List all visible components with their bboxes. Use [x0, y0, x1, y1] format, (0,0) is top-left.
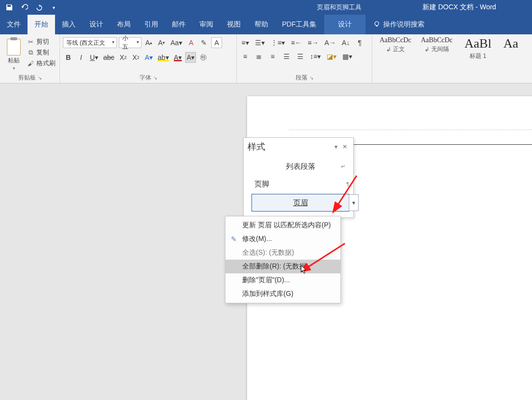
- font-size-combo[interactable]: 小五: [119, 37, 141, 48]
- menu-label: 修改(M)...: [242, 235, 272, 243]
- ltr-text-button[interactable]: A→: [323, 37, 337, 48]
- tell-me-search[interactable]: 操作说明搜索: [365, 15, 432, 34]
- header-boundary: [289, 130, 532, 130]
- contextual-tool-label: 页眉和页脚工具: [305, 0, 373, 15]
- decrease-indent-button[interactable]: ≡←: [289, 37, 303, 48]
- quick-access-toolbar: ▾: [0, 3, 63, 12]
- style-gallery-item[interactable]: AaBbCcDc ↲正文: [378, 36, 413, 53]
- style-list-item[interactable]: 列表段落 ↵: [252, 158, 349, 175]
- strikethrough-button[interactable]: abc: [102, 52, 116, 63]
- ribbon-group-font: 等线 (西文正文 小五 A▴ A▾ Aa▾ A ✎ A B I U▾ abc X…: [60, 34, 237, 83]
- style-gallery-item[interactable]: Aa: [502, 36, 520, 51]
- paragraph-group-label: 段落: [296, 74, 308, 82]
- pane-title-bar[interactable]: 样式 ▾ ✕: [244, 138, 353, 158]
- increase-indent-button[interactable]: ≡→: [306, 37, 320, 48]
- style-gallery-item[interactable]: AaBl 标题 1: [461, 36, 495, 60]
- italic-button[interactable]: I: [76, 52, 86, 63]
- enclose-characters-button[interactable]: ㊕: [198, 52, 209, 63]
- borders-button[interactable]: ▦▾: [341, 51, 354, 62]
- font-name-combo[interactable]: 等线 (西文正文: [63, 37, 117, 48]
- save-icon[interactable]: [5, 3, 14, 12]
- align-right-button[interactable]: ≡: [267, 51, 278, 62]
- menu-select-all[interactable]: 全选(S): (无数据): [225, 246, 340, 260]
- menu-update-to-match[interactable]: 更新 页眉 以匹配所选内容(P): [225, 218, 340, 232]
- qat-customize-icon[interactable]: ▾: [49, 3, 58, 12]
- bullets-button[interactable]: ≡▾: [240, 37, 251, 48]
- align-left-button[interactable]: ≡: [240, 51, 251, 62]
- format-painter-label: 格式刷: [36, 59, 56, 68]
- style-list-item-selected[interactable]: 页眉 ▼: [252, 194, 349, 212]
- character-shading-button[interactable]: A▾: [185, 52, 196, 63]
- dialog-launcher-icon[interactable]: ↘: [38, 75, 42, 80]
- svg-point-0: [375, 22, 379, 26]
- style-context-menu: 更新 页眉 以匹配所选内容(P) ✎ 修改(M)... 全选(S): (无数据)…: [225, 216, 341, 303]
- menu-add-to-gallery[interactable]: 添加到样式库(G): [225, 287, 340, 301]
- style-item-label: 页脚: [254, 180, 269, 189]
- format-painter-button[interactable]: 🖌 格式刷: [27, 59, 56, 68]
- tab-home[interactable]: 开始: [28, 15, 55, 34]
- copy-button[interactable]: ⧉ 复制: [27, 48, 56, 57]
- highlight-button[interactable]: ab▾: [156, 52, 170, 63]
- tab-references[interactable]: 引用: [138, 15, 165, 34]
- tab-design[interactable]: 设计: [83, 15, 110, 34]
- clear-formatting-button[interactable]: ✎: [198, 37, 209, 48]
- justify-button[interactable]: ☰: [281, 51, 292, 62]
- brush-icon: 🖌: [27, 60, 34, 67]
- menu-delete-style[interactable]: 删除"页眉"(D)...: [225, 273, 340, 287]
- menu-remove-all[interactable]: 全部删除(R): (无数据): [225, 260, 340, 273]
- paste-button[interactable]: 粘贴 ▾: [3, 36, 25, 73]
- style-preview: Aa: [504, 36, 518, 51]
- clipboard-group-label: 剪贴板: [18, 74, 36, 82]
- style-preview: AaBbCcDc: [380, 36, 412, 44]
- font-color-button[interactable]: A▾: [172, 52, 183, 63]
- tab-mailings[interactable]: 邮件: [165, 15, 193, 34]
- pane-options-icon[interactable]: ▾: [332, 143, 340, 150]
- dialog-launcher-icon[interactable]: ↘: [153, 75, 157, 80]
- tab-file[interactable]: 文件: [0, 15, 28, 34]
- bold-button[interactable]: B: [63, 52, 74, 63]
- scissors-icon: ✂: [27, 38, 34, 45]
- change-case-button[interactable]: Aa▾: [169, 37, 184, 48]
- tab-review[interactable]: 审阅: [193, 15, 220, 34]
- paragraph-mark-icon: ↲: [424, 46, 429, 53]
- align-center-button[interactable]: ≣: [253, 51, 264, 62]
- multilevel-list-button[interactable]: ⋮≡▾: [269, 37, 286, 48]
- pane-title: 样式: [248, 141, 265, 153]
- redo-icon[interactable]: [34, 3, 43, 12]
- paragraph-mark-icon: ↲: [386, 46, 391, 53]
- pencil-icon: ✎: [229, 235, 238, 243]
- distribute-button[interactable]: ☰: [295, 51, 306, 62]
- styles-task-pane[interactable]: 样式 ▾ ✕ 列表段落 ↵ 页脚 ¶ 页眉 ▼: [243, 137, 354, 218]
- style-preview: AaBbCcDc: [421, 36, 453, 44]
- close-icon[interactable]: ✕: [340, 143, 349, 150]
- grow-font-button[interactable]: A▴: [143, 37, 154, 48]
- numbering-button[interactable]: ☰▾: [253, 37, 266, 48]
- subscript-button[interactable]: X2: [118, 52, 129, 63]
- menu-modify[interactable]: ✎ 修改(M)...: [225, 232, 340, 246]
- superscript-button[interactable]: X2: [131, 52, 141, 63]
- tab-layout[interactable]: 布局: [110, 15, 138, 34]
- underline-button[interactable]: U▾: [88, 52, 100, 63]
- style-gallery-item[interactable]: AaBbCcDc ↲无间隔: [420, 36, 454, 53]
- line-spacing-button[interactable]: ↕≡▾: [308, 51, 322, 62]
- phonetic-guide-button[interactable]: A: [186, 37, 196, 48]
- style-list-item[interactable]: 页脚 ¶: [252, 175, 349, 193]
- character-border-button[interactable]: A: [211, 37, 222, 48]
- svg-rect-1: [376, 26, 378, 27]
- text-effects-button[interactable]: A▾: [143, 52, 154, 63]
- style-dropdown-button[interactable]: ▼: [349, 194, 359, 211]
- style-name-label: 标题 1: [470, 52, 486, 60]
- tab-pdf-tools[interactable]: PDF工具集: [275, 15, 323, 34]
- tab-insert[interactable]: 插入: [55, 15, 83, 34]
- show-marks-button[interactable]: ¶: [354, 37, 365, 48]
- shrink-font-button[interactable]: A▾: [156, 37, 167, 48]
- undo-icon[interactable]: [20, 3, 28, 12]
- shading-button[interactable]: ◪▾: [325, 51, 338, 62]
- style-name-label: 无间隔: [431, 45, 449, 53]
- tab-context-design[interactable]: 设计: [324, 15, 365, 34]
- sort-button[interactable]: A↓: [340, 37, 351, 48]
- cut-button[interactable]: ✂ 剪切: [27, 37, 56, 46]
- tab-view[interactable]: 视图: [220, 15, 248, 34]
- dialog-launcher-icon[interactable]: ↘: [309, 75, 313, 80]
- tab-help[interactable]: 帮助: [248, 15, 275, 34]
